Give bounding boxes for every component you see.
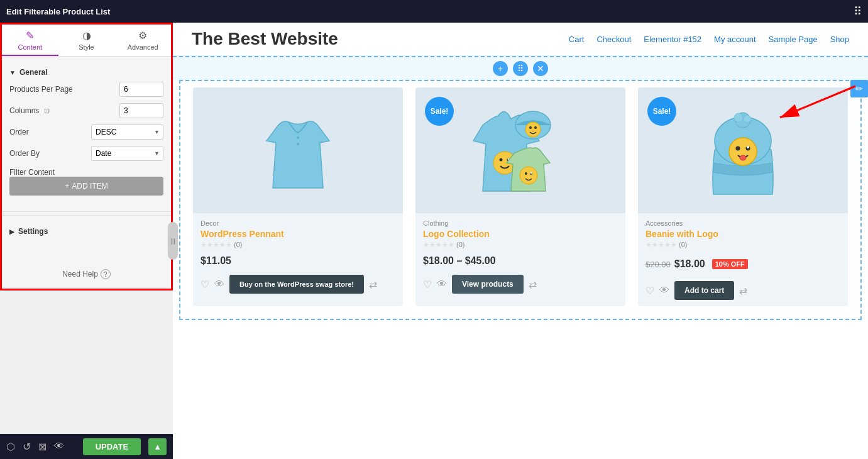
- order-by-label: Order By: [9, 149, 91, 158]
- buy-button-1[interactable]: Buy on the WordPress swag store!: [229, 275, 364, 294]
- original-price-3: $20.00: [646, 260, 671, 269]
- stars-2: ★★★★★: [423, 241, 454, 248]
- tab-content[interactable]: ✎ Content: [2, 25, 58, 56]
- product-rating-1: ★★★★★ (0): [201, 241, 395, 249]
- product-info-2: Clothing Logo Collection ★★★★★ (0): [415, 213, 625, 255]
- bottom-bar: ⬡ ↺ ⊠ 👁 UPDATE ▲: [0, 434, 173, 459]
- general-section-header[interactable]: ▼ General: [9, 63, 163, 82]
- grid-icon[interactable]: ⠿: [854, 4, 862, 18]
- svg-point-19: [744, 115, 751, 123]
- add-to-cart-button-3[interactable]: Add to cart: [674, 281, 734, 300]
- nav-shop[interactable]: Shop: [830, 35, 849, 44]
- logo-collection-image: [470, 97, 571, 204]
- filter-content-label: Filter Content: [9, 168, 55, 177]
- nav-cart[interactable]: Cart: [569, 35, 585, 44]
- update-dropdown-button[interactable]: ▲: [148, 438, 167, 455]
- update-button[interactable]: UPDATE: [83, 438, 141, 455]
- filter-content-row: Filter Content + ADD ITEM: [9, 167, 163, 196]
- columns-row: Columns ⊡: [9, 103, 163, 118]
- quick-view-icon-3[interactable]: 👁: [659, 285, 669, 296]
- wishlist-icon-1[interactable]: ♡: [201, 279, 209, 290]
- add-item-label: ADD ITEM: [72, 182, 107, 191]
- product-image-2: Sale!: [415, 87, 625, 213]
- svg-point-2: [297, 136, 299, 139]
- product-image-1: [193, 87, 403, 213]
- wishlist-icon-3[interactable]: ♡: [646, 285, 654, 297]
- svg-point-9: [525, 122, 541, 137]
- product-card: Decor WordPress Pennant ★★★★★ (0) $11.05…: [193, 87, 403, 306]
- history-icon[interactable]: ⊠: [38, 441, 47, 453]
- quick-view-icon-1[interactable]: 👁: [214, 279, 224, 290]
- products-grid: Decor WordPress Pennant ★★★★★ (0) $11.05…: [193, 81, 848, 306]
- products-container: ✏: [173, 80, 868, 320]
- product-rating-3: ★★★★★ (0): [646, 241, 840, 249]
- rating-count-3: (0): [679, 241, 687, 248]
- product-info-1: Decor WordPress Pennant ★★★★★ (0): [193, 213, 403, 255]
- compare-icon-2[interactable]: ⇄: [529, 279, 537, 290]
- panel-resize-handle[interactable]: |||: [168, 222, 178, 260]
- order-by-select-wrapper: Date Title Price: [91, 146, 163, 161]
- general-section-title: General: [19, 68, 48, 77]
- order-select[interactable]: DESC ASC: [91, 124, 163, 140]
- svg-point-10: [529, 126, 532, 129]
- section-divider: [2, 211, 171, 212]
- edit-pencil-button[interactable]: ✏: [850, 80, 868, 97]
- advanced-tab-label: Advanced: [128, 43, 158, 51]
- compare-icon-1[interactable]: ⇄: [369, 279, 377, 290]
- settings-section-header[interactable]: ▶ Settings: [9, 222, 163, 241]
- product-category-2: Clothing: [423, 219, 618, 227]
- discount-badge-3: 10% OFF: [712, 259, 748, 269]
- svg-point-24: [740, 155, 746, 160]
- columns-label: Columns ⊡: [9, 106, 119, 115]
- nav-sample[interactable]: Sample Page: [769, 35, 818, 44]
- compare-icon-3[interactable]: ⇄: [739, 285, 747, 297]
- svg-point-13: [525, 172, 527, 175]
- left-panel-wrapper: ✎ Content ◑ Style ⚙ Advanced ▼ General: [0, 23, 173, 459]
- advanced-tab-icon: ⚙: [138, 30, 147, 41]
- product-price-row-1: $11.05: [193, 255, 403, 270]
- add-item-button[interactable]: + ADD ITEM: [9, 177, 163, 196]
- svg-point-11: [534, 126, 537, 129]
- add-item-plus-icon: +: [65, 182, 69, 191]
- help-circle-icon: ?: [101, 269, 111, 279]
- product-info-3: Accessories Beanie with Logo ★★★★★ (0): [638, 213, 848, 255]
- nav-elementor[interactable]: Elementor #152: [644, 35, 701, 44]
- tab-style[interactable]: ◑ Style: [58, 25, 115, 56]
- product-name-3: Beanie with Logo: [646, 229, 840, 239]
- order-by-select[interactable]: Date Title Price: [91, 146, 163, 161]
- widget-close-button[interactable]: ✕: [533, 61, 548, 76]
- tab-advanced[interactable]: ⚙ Advanced: [114, 25, 171, 56]
- stars-1: ★★★★★: [201, 241, 232, 248]
- columns-input[interactable]: [119, 103, 163, 118]
- wishlist-icon-2[interactable]: ♡: [423, 279, 432, 290]
- quick-view-icon-2[interactable]: 👁: [437, 279, 447, 290]
- content-tab-label: Content: [18, 43, 43, 51]
- sale-badge-3: Sale!: [647, 97, 676, 126]
- view-products-button[interactable]: View products: [452, 275, 524, 294]
- product-price-3: $18.00: [674, 258, 705, 270]
- product-price-2: $18.00 – $45.00: [423, 255, 496, 266]
- product-name-1: WordPress Pennant: [201, 229, 395, 239]
- settings-section-title: Settings: [18, 227, 48, 236]
- nav-checkout[interactable]: Checkout: [596, 35, 631, 44]
- settings-section: ▶ Settings: [2, 215, 171, 247]
- sale-badge-2: Sale!: [425, 97, 454, 126]
- widget-toolbar: + ⠿ ✕: [173, 56, 868, 80]
- product-actions-1: ♡ 👁 Buy on the WordPress swag store! ⇄: [193, 270, 403, 300]
- widget-add-button[interactable]: +: [493, 61, 508, 76]
- products-per-page-label: Products Per Page: [9, 85, 119, 94]
- undo-icon[interactable]: ↺: [23, 441, 31, 453]
- layers-icon[interactable]: ⬡: [6, 441, 15, 453]
- site-nav: Cart Checkout Elementor #152 My account …: [569, 35, 849, 44]
- products-per-page-row: Products Per Page: [9, 82, 163, 97]
- order-select-wrapper: DESC ASC: [91, 124, 163, 140]
- rating-count-1: (0): [234, 241, 242, 248]
- widget-grid-button[interactable]: ⠿: [513, 61, 528, 76]
- preview-icon[interactable]: 👁: [54, 441, 64, 452]
- svg-point-15: [530, 172, 532, 174]
- product-name-2: Logo Collection: [423, 229, 618, 239]
- nav-myaccount[interactable]: My account: [714, 35, 755, 44]
- beanie-image: [702, 100, 784, 201]
- products-per-page-input[interactable]: [119, 82, 163, 97]
- need-help[interactable]: Need Help ?: [2, 260, 171, 289]
